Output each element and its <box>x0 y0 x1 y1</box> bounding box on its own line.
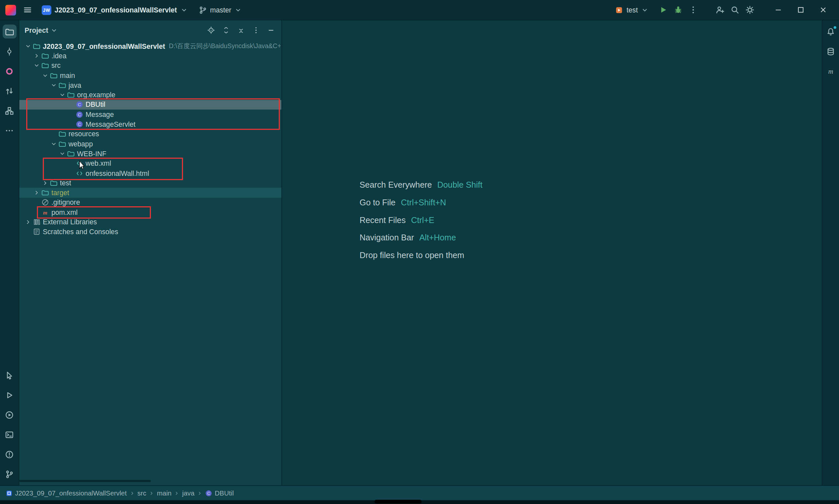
close-button[interactable] <box>812 3 834 17</box>
project-selector[interactable]: JW J2023_09_07_onfessionalWallServlet <box>39 2 191 17</box>
chevron-right-icon[interactable] <box>32 188 41 197</box>
collapse-all-button[interactable] <box>235 25 246 36</box>
svg-text:C: C <box>78 122 81 127</box>
class-icon: C <box>75 120 83 128</box>
expand-all-button[interactable] <box>220 25 231 36</box>
chevron-right-icon[interactable] <box>23 218 32 226</box>
more-actions-button[interactable] <box>686 3 700 17</box>
shortcut-keys[interactable]: Ctrl+Shift+N <box>401 197 446 207</box>
tree-item-webapp[interactable]: webapp <box>19 139 281 149</box>
panel-options-button[interactable] <box>251 25 261 36</box>
horizontal-scrollbar[interactable] <box>19 480 151 482</box>
breadcrumb-item-src[interactable]: src <box>137 489 146 497</box>
shortcut-label: Drop files here to open them <box>360 251 464 260</box>
maximize-button[interactable] <box>790 3 811 17</box>
project-tool-button[interactable] <box>2 24 16 38</box>
maven-icon: m <box>41 208 49 216</box>
chevron-down-icon[interactable] <box>41 71 49 79</box>
maven-tool-icon: m <box>826 67 835 76</box>
minimize-button[interactable] <box>767 3 788 17</box>
tree-item-src[interactable]: src <box>19 60 281 70</box>
shortcut-keys[interactable]: Alt+Home <box>420 233 456 242</box>
problems-tool-button[interactable] <box>2 447 16 461</box>
tree-item-test[interactable]: test <box>19 178 281 188</box>
chevron-right-icon[interactable] <box>41 179 49 187</box>
tree-item-web-inf[interactable]: WEB-INF <box>19 149 281 159</box>
maven-tool-button[interactable]: m <box>824 64 837 78</box>
tree-item-label: DBUtil <box>86 101 105 109</box>
commit-tool-button[interactable] <box>2 44 16 58</box>
breadcrumb-item-main[interactable]: main <box>157 489 171 497</box>
notifications-button[interactable] <box>824 24 837 38</box>
tree-item-external-libraries[interactable]: External Libraries <box>19 217 281 227</box>
tree-item-web-xml[interactable]: web.xml <box>19 159 281 168</box>
user-plus-icon <box>715 5 724 14</box>
chevron-down-icon[interactable] <box>49 140 58 148</box>
run-tool-button[interactable] <box>2 388 16 402</box>
tree-item-messageservlet[interactable]: CMessageServlet <box>19 120 281 129</box>
chevron-down-icon <box>180 6 188 14</box>
database-icon <box>826 47 835 56</box>
select-opened-file-button[interactable] <box>206 25 217 36</box>
plugin-tool-button[interactable] <box>2 64 16 78</box>
terminal-tool-button[interactable] <box>2 428 16 442</box>
search-everywhere-button[interactable] <box>728 3 742 17</box>
run-button[interactable] <box>656 3 670 17</box>
pull-requests-tool-button[interactable] <box>2 84 16 97</box>
shortcut-row: Drop files here to open them <box>360 246 483 264</box>
chevron-spacer <box>66 101 75 109</box>
status-bar: J2023_09_07_onfessionalWallServletsrcmai… <box>0 485 839 500</box>
tree-item-gitignore[interactable]: .gitignore <box>19 197 281 207</box>
tree-item-onfessionalwall-html[interactable]: onfessionalWall.html <box>19 168 281 178</box>
chevron-spacer <box>32 208 41 216</box>
tree-item-j2023-09-07-onfessionalwallservlet[interactable]: J2023_09_07_onfessionalWallServletD:\百度云… <box>19 41 281 51</box>
chevron-down-icon[interactable] <box>58 149 66 158</box>
tree-item-dbutil[interactable]: CDBUtil <box>19 100 281 110</box>
folder-icon <box>58 130 66 138</box>
services-tool-button[interactable] <box>2 408 16 421</box>
breadcrumb-label: main <box>157 489 171 497</box>
class-icon: C <box>75 110 83 119</box>
expand-all-icon <box>222 26 229 34</box>
tree-item-resources[interactable]: resources <box>19 129 281 139</box>
database-tool-button[interactable] <box>824 44 837 58</box>
breadcrumb-item-j2023-09-07-onfessionalwallservlet[interactable]: J2023_09_07_onfessionalWallServlet <box>5 489 126 497</box>
breadcrumb-label: J2023_09_07_onfessionalWallServlet <box>15 489 127 497</box>
breadcrumb-item-dbutil[interactable]: CDBUtil <box>205 489 234 497</box>
tree-item-main[interactable]: main <box>19 70 281 80</box>
chevron-down-icon[interactable] <box>58 91 66 99</box>
debug-button[interactable] <box>671 3 685 17</box>
version-control-tool-button[interactable] <box>2 467 16 481</box>
tree-item-idea[interactable]: .idea <box>19 51 281 61</box>
tree-item-message[interactable]: CMessage <box>19 110 281 120</box>
chevron-down-icon[interactable] <box>49 81 58 89</box>
tree-item-pom-xml[interactable]: mpom.xml <box>19 207 281 217</box>
tree-item-label: webapp <box>69 140 93 148</box>
hide-panel-button[interactable] <box>265 25 276 36</box>
panel-title-label: Project <box>24 26 48 34</box>
folder-icon <box>41 188 49 197</box>
tree-item-java[interactable]: java <box>19 80 281 90</box>
chevron-right-icon[interactable] <box>32 51 41 60</box>
shortcut-keys[interactable]: Double Shift <box>438 180 483 189</box>
run-config-selector[interactable]: test <box>612 2 651 17</box>
structure-icon <box>5 106 14 115</box>
branch-selector[interactable]: master <box>195 2 245 17</box>
tree-item-target[interactable]: target <box>19 188 281 198</box>
more-tool-windows-button[interactable] <box>2 124 16 137</box>
chevron-down-icon[interactable] <box>32 61 41 70</box>
hamburger-menu-icon[interactable] <box>20 3 34 17</box>
tool-window-title[interactable]: Project <box>24 26 58 34</box>
breadcrumb-item-java[interactable]: java <box>182 489 194 497</box>
folder-icon <box>41 61 49 70</box>
tree-item-scratches-and-consoles[interactable]: Scratches and Consoles <box>19 227 281 237</box>
chevron-spacer <box>49 130 58 138</box>
settings-button[interactable] <box>742 3 756 17</box>
code-with-me-button[interactable] <box>713 3 726 17</box>
breadcrumb-separator-icon <box>197 490 203 497</box>
chevron-down-icon[interactable] <box>23 42 32 50</box>
find-tool-button[interactable] <box>2 368 16 382</box>
shortcut-keys[interactable]: Ctrl+E <box>411 215 434 224</box>
tree-item-org-example[interactable]: org.example <box>19 90 281 100</box>
structure-tool-button[interactable] <box>2 104 16 118</box>
